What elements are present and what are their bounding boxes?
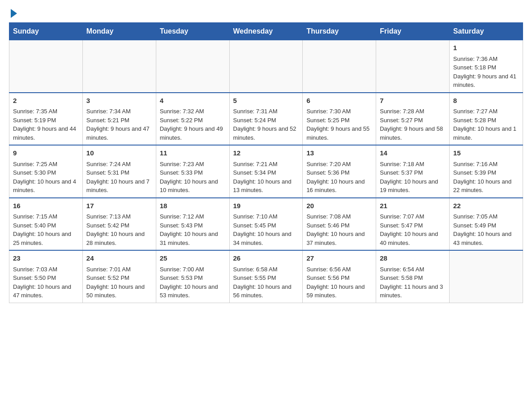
calendar-cell: 24Sunrise: 7:01 AM Sunset: 5:52 PM Dayli… [82, 250, 156, 303]
day-info: Sunrise: 7:21 AM Sunset: 5:34 PM Dayligh… [233, 160, 299, 195]
calendar-cell: 3Sunrise: 7:34 AM Sunset: 5:21 PM Daylig… [82, 93, 156, 146]
day-info: Sunrise: 7:00 AM Sunset: 5:53 PM Dayligh… [160, 265, 226, 300]
day-info: Sunrise: 7:31 AM Sunset: 5:24 PM Dayligh… [233, 107, 299, 142]
calendar-cell [376, 40, 450, 93]
day-number: 5 [233, 96, 299, 106]
day-number: 4 [160, 96, 226, 106]
calendar-cell: 19Sunrise: 7:10 AM Sunset: 5:45 PM Dayli… [229, 198, 303, 251]
logo-arrow-icon [11, 9, 17, 18]
day-info: Sunrise: 7:08 AM Sunset: 5:46 PM Dayligh… [306, 212, 372, 247]
day-number: 17 [86, 201, 152, 211]
calendar-cell: 8Sunrise: 7:27 AM Sunset: 5:28 PM Daylig… [450, 93, 523, 146]
day-number: 23 [13, 253, 79, 264]
calendar-cell: 15Sunrise: 7:16 AM Sunset: 5:39 PM Dayli… [450, 145, 523, 198]
calendar-cell: 1Sunrise: 7:36 AM Sunset: 5:18 PM Daylig… [450, 40, 523, 93]
calendar-cell: 12Sunrise: 7:21 AM Sunset: 5:34 PM Dayli… [229, 145, 303, 198]
day-info: Sunrise: 7:28 AM Sunset: 5:27 PM Dayligh… [380, 107, 446, 142]
calendar-cell: 10Sunrise: 7:24 AM Sunset: 5:31 PM Dayli… [82, 145, 156, 198]
calendar-cell: 5Sunrise: 7:31 AM Sunset: 5:24 PM Daylig… [229, 93, 303, 146]
day-info: Sunrise: 7:07 AM Sunset: 5:47 PM Dayligh… [380, 212, 446, 247]
day-info: Sunrise: 7:01 AM Sunset: 5:52 PM Dayligh… [86, 265, 152, 300]
calendar-cell: 21Sunrise: 7:07 AM Sunset: 5:47 PM Dayli… [376, 198, 450, 251]
day-number: 22 [453, 201, 519, 211]
day-number: 21 [380, 201, 446, 211]
calendar-cell [9, 40, 83, 93]
calendar-cell: 13Sunrise: 7:20 AM Sunset: 5:36 PM Dayli… [303, 145, 376, 198]
day-number: 12 [233, 148, 299, 158]
day-info: Sunrise: 6:56 AM Sunset: 5:56 PM Dayligh… [306, 265, 372, 300]
day-number: 27 [306, 253, 372, 264]
calendar-cell: 18Sunrise: 7:12 AM Sunset: 5:43 PM Dayli… [156, 198, 229, 251]
calendar-cell: 20Sunrise: 7:08 AM Sunset: 5:46 PM Dayli… [303, 198, 376, 251]
calendar-cell: 11Sunrise: 7:23 AM Sunset: 5:33 PM Dayli… [156, 145, 229, 198]
calendar-cell [156, 40, 229, 93]
calendar-cell: 2Sunrise: 7:35 AM Sunset: 5:19 PM Daylig… [9, 93, 83, 146]
day-number: 6 [306, 96, 372, 106]
day-number: 20 [306, 201, 372, 211]
day-number: 25 [160, 253, 226, 264]
day-info: Sunrise: 7:24 AM Sunset: 5:31 PM Dayligh… [86, 160, 152, 195]
calendar-cell: 28Sunrise: 6:54 AM Sunset: 5:58 PM Dayli… [376, 250, 450, 303]
calendar-week-row: 9Sunrise: 7:25 AM Sunset: 5:30 PM Daylig… [9, 145, 523, 198]
calendar-cell: 16Sunrise: 7:15 AM Sunset: 5:40 PM Dayli… [9, 198, 83, 251]
day-number: 7 [380, 96, 446, 106]
logo [9, 9, 17, 18]
day-info: Sunrise: 7:23 AM Sunset: 5:33 PM Dayligh… [160, 160, 226, 195]
calendar-cell [229, 40, 303, 93]
day-number: 19 [233, 201, 299, 211]
day-number: 15 [453, 148, 519, 158]
day-info: Sunrise: 7:20 AM Sunset: 5:36 PM Dayligh… [306, 160, 372, 195]
day-number: 9 [13, 148, 79, 158]
calendar-cell: 9Sunrise: 7:25 AM Sunset: 5:30 PM Daylig… [9, 145, 83, 198]
day-header-thursday: Thursday [303, 23, 376, 40]
day-header-saturday: Saturday [450, 23, 523, 40]
day-number: 28 [380, 253, 446, 264]
day-number: 8 [453, 96, 519, 106]
calendar-cell: 27Sunrise: 6:56 AM Sunset: 5:56 PM Dayli… [303, 250, 376, 303]
day-number: 2 [13, 96, 79, 106]
day-number: 18 [160, 201, 226, 211]
day-header-sunday: Sunday [9, 23, 83, 40]
calendar-cell [82, 40, 156, 93]
day-info: Sunrise: 7:03 AM Sunset: 5:50 PM Dayligh… [13, 265, 79, 300]
day-header-tuesday: Tuesday [156, 23, 229, 40]
calendar-week-row: 23Sunrise: 7:03 AM Sunset: 5:50 PM Dayli… [9, 250, 523, 303]
day-info: Sunrise: 7:32 AM Sunset: 5:22 PM Dayligh… [160, 107, 226, 142]
calendar-cell: 6Sunrise: 7:30 AM Sunset: 5:25 PM Daylig… [303, 93, 376, 146]
day-info: Sunrise: 7:34 AM Sunset: 5:21 PM Dayligh… [86, 107, 152, 142]
day-number: 24 [86, 253, 152, 264]
calendar-header-row: SundayMondayTuesdayWednesdayThursdayFrid… [9, 23, 523, 40]
day-number: 14 [380, 148, 446, 158]
day-info: Sunrise: 7:18 AM Sunset: 5:37 PM Dayligh… [380, 160, 446, 195]
day-info: Sunrise: 7:05 AM Sunset: 5:49 PM Dayligh… [453, 212, 519, 247]
calendar-cell: 23Sunrise: 7:03 AM Sunset: 5:50 PM Dayli… [9, 250, 83, 303]
calendar-cell: 22Sunrise: 7:05 AM Sunset: 5:49 PM Dayli… [450, 198, 523, 251]
calendar-cell: 17Sunrise: 7:13 AM Sunset: 5:42 PM Dayli… [82, 198, 156, 251]
day-info: Sunrise: 7:30 AM Sunset: 5:25 PM Dayligh… [306, 107, 372, 142]
calendar-cell: 7Sunrise: 7:28 AM Sunset: 5:27 PM Daylig… [376, 93, 450, 146]
calendar-week-row: 2Sunrise: 7:35 AM Sunset: 5:19 PM Daylig… [9, 93, 523, 146]
day-number: 10 [86, 148, 152, 158]
day-number: 16 [13, 201, 79, 211]
day-info: Sunrise: 6:54 AM Sunset: 5:58 PM Dayligh… [380, 265, 446, 300]
day-number: 13 [306, 148, 372, 158]
calendar-table: SundayMondayTuesdayWednesdayThursdayFrid… [9, 22, 523, 303]
day-header-monday: Monday [82, 23, 156, 40]
calendar-cell: 4Sunrise: 7:32 AM Sunset: 5:22 PM Daylig… [156, 93, 229, 146]
day-number: 11 [160, 148, 226, 158]
calendar-cell: 26Sunrise: 6:58 AM Sunset: 5:55 PM Dayli… [229, 250, 303, 303]
day-info: Sunrise: 7:16 AM Sunset: 5:39 PM Dayligh… [453, 160, 519, 195]
day-header-friday: Friday [376, 23, 450, 40]
calendar-week-row: 16Sunrise: 7:15 AM Sunset: 5:40 PM Dayli… [9, 198, 523, 251]
day-info: Sunrise: 7:35 AM Sunset: 5:19 PM Dayligh… [13, 107, 79, 142]
calendar-cell [450, 250, 523, 303]
day-info: Sunrise: 7:36 AM Sunset: 5:18 PM Dayligh… [453, 55, 519, 90]
day-number: 1 [453, 43, 519, 53]
page-header [9, 9, 523, 18]
day-info: Sunrise: 7:12 AM Sunset: 5:43 PM Dayligh… [160, 212, 226, 247]
calendar-cell: 14Sunrise: 7:18 AM Sunset: 5:37 PM Dayli… [376, 145, 450, 198]
day-info: Sunrise: 7:10 AM Sunset: 5:45 PM Dayligh… [233, 212, 299, 247]
calendar-cell: 25Sunrise: 7:00 AM Sunset: 5:53 PM Dayli… [156, 250, 229, 303]
day-info: Sunrise: 6:58 AM Sunset: 5:55 PM Dayligh… [233, 265, 299, 300]
day-number: 3 [86, 96, 152, 106]
